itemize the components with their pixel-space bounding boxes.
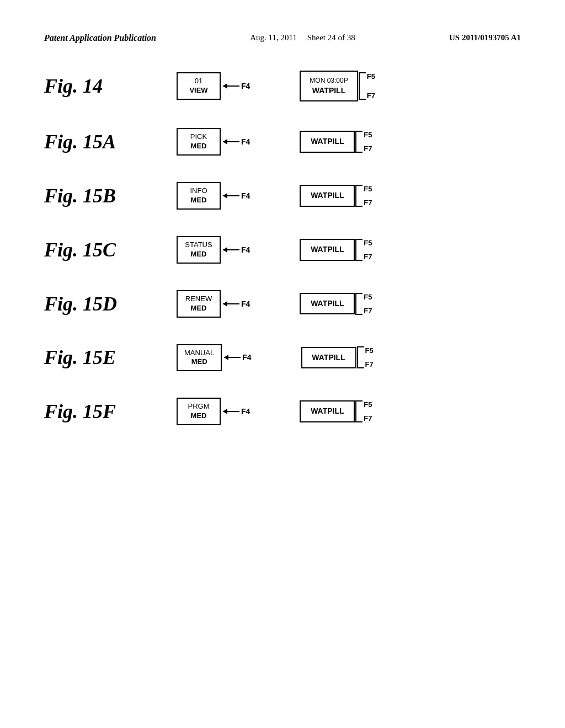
right-box-main-fig15f: WATPILL xyxy=(310,406,345,417)
left-display-box-fig14: 01VIEW xyxy=(177,72,221,100)
fig-row-fig15f: Fig. 15FPRGMMEDF4WATPILLF5F7 xyxy=(44,398,521,425)
right-box-main-fig14: WATPILL xyxy=(310,85,348,97)
left-display-box-fig15d: RENEWMED xyxy=(177,290,221,318)
right-display-box-fig15e: WATPILL xyxy=(301,347,356,369)
left-box-line2-fig15b: MED xyxy=(184,196,213,205)
left-box-line1-fig15c: STATUS xyxy=(184,240,213,250)
f4-arrow-fig14: F4 xyxy=(223,82,250,90)
f5-label-fig15a: F5 xyxy=(364,131,372,139)
left-box-group-fig15b: INFOMEDF4 xyxy=(177,182,250,210)
f4-label-fig15f: F4 xyxy=(241,407,250,416)
arrow-line-fig14 xyxy=(223,85,239,87)
left-box-line2-fig15c: MED xyxy=(184,250,213,259)
right-box-group-fig15d: WATPILLF5F7 xyxy=(300,293,372,315)
arrow-line-fig15f xyxy=(223,411,239,412)
right-box-main-fig15d: WATPILL xyxy=(310,298,345,309)
f4-arrow-fig15b: F4 xyxy=(223,191,250,200)
f5f7-labels-fig14: F5F7 xyxy=(367,72,375,100)
left-box-group-fig15c: STATUSMEDF4 xyxy=(177,236,250,264)
f5-label-fig15c: F5 xyxy=(364,239,372,247)
left-box-line2-fig14: VIEW xyxy=(184,86,213,95)
fig-label-fig15a: Fig. 15A xyxy=(44,130,143,153)
right-box-group-fig15a: WATPILLF5F7 xyxy=(300,131,372,153)
fig-row-fig15a: Fig. 15APICKMEDF4WATPILLF5F7 xyxy=(44,128,521,156)
header-sheet: Sheet 24 of 38 xyxy=(307,33,355,42)
left-box-group-fig14: 01VIEWF4 xyxy=(177,72,250,100)
header-date-sheet: Aug. 11, 2011 Sheet 24 of 38 xyxy=(250,33,355,42)
left-box-line1-fig14: 01 xyxy=(184,77,213,86)
f7-label-fig14: F7 xyxy=(367,92,375,100)
left-box-group-fig15a: PICKMEDF4 xyxy=(177,128,250,156)
right-box-group-fig15b: WATPILLF5F7 xyxy=(300,185,372,207)
bracket-svg-fig14 xyxy=(358,72,366,100)
left-display-box-fig15b: INFOMED xyxy=(177,182,221,210)
f5f7-labels-fig15e: F5F7 xyxy=(365,346,374,368)
fig-row-fig15b: Fig. 15BINFOMEDF4WATPILLF5F7 xyxy=(44,182,521,210)
f4-arrow-fig15a: F4 xyxy=(223,137,250,146)
left-box-line2-fig15a: MED xyxy=(184,142,213,151)
f4-label-fig14: F4 xyxy=(241,82,250,90)
f5f7-labels-fig15c: F5F7 xyxy=(364,239,372,261)
header-patent-number: US 2011/0193705 A1 xyxy=(449,33,521,42)
page: Patent Application Publication Aug. 11, … xyxy=(0,0,565,728)
right-box-group-fig15c: WATPILLF5F7 xyxy=(300,239,372,261)
bracket-svg-fig15c xyxy=(355,239,363,261)
figures-container: Fig. 1401VIEWF4MON 03:00PWATPILLF5F7Fig.… xyxy=(44,71,521,425)
right-display-box-fig15b: WATPILL xyxy=(300,185,355,207)
fig-label-fig15b: Fig. 15B xyxy=(44,184,143,207)
arrow-line-fig15c xyxy=(223,249,239,250)
f4-arrow-fig15d: F4 xyxy=(223,299,250,308)
bracket-svg-fig15d xyxy=(355,293,363,315)
f5-label-fig14: F5 xyxy=(367,72,375,81)
right-box-group-fig14: MON 03:00PWATPILLF5F7 xyxy=(300,71,375,101)
f4-label-fig15e: F4 xyxy=(242,353,251,362)
bracket-svg-fig15a xyxy=(355,131,363,153)
right-display-box-fig15f: WATPILL xyxy=(300,400,355,422)
left-display-box-fig15f: PRGMMED xyxy=(177,398,221,425)
right-box-main-fig15a: WATPILL xyxy=(310,136,345,147)
right-display-box-fig15a: WATPILL xyxy=(300,131,355,153)
fig-label-fig15e: Fig. 15E xyxy=(44,346,143,369)
f4-arrow-fig15c: F4 xyxy=(223,245,250,254)
right-box-group-fig15f: WATPILLF5F7 xyxy=(300,400,372,422)
f4-label-fig15d: F4 xyxy=(241,299,250,308)
left-box-line1-fig15b: INFO xyxy=(184,186,213,196)
f7-label-fig15a: F7 xyxy=(364,144,372,153)
left-box-line1-fig15d: RENEW xyxy=(184,295,213,304)
left-box-line2-fig15f: MED xyxy=(184,411,213,421)
arrow-line-fig15a xyxy=(223,141,239,142)
f5f7-labels-fig15d: F5F7 xyxy=(364,293,372,315)
right-display-box-fig15d: WATPILL xyxy=(300,293,355,315)
right-box-main-fig15e: WATPILL xyxy=(311,352,347,363)
left-display-box-fig15a: PICKMED xyxy=(177,128,221,156)
left-display-box-fig15c: STATUSMED xyxy=(177,236,221,264)
right-display-box-fig14: MON 03:00PWATPILL xyxy=(300,71,358,101)
fig-label-fig14: Fig. 14 xyxy=(44,74,143,98)
bracket-svg-fig15f xyxy=(355,400,363,422)
f5f7-labels-fig15b: F5F7 xyxy=(364,185,372,207)
f4-arrow-fig15f: F4 xyxy=(223,407,250,416)
f4-label-fig15c: F4 xyxy=(241,245,250,254)
page-header: Patent Application Publication Aug. 11, … xyxy=(44,33,521,43)
left-box-line1-fig15e: MANUAL xyxy=(184,349,214,358)
right-box-main-fig15c: WATPILL xyxy=(310,244,345,255)
left-box-line2-fig15d: MED xyxy=(184,304,213,313)
left-box-line1-fig15f: PRGM xyxy=(184,402,213,411)
right-box-top-fig14: MON 03:00P xyxy=(310,76,348,85)
fig-row-fig14: Fig. 1401VIEWF4MON 03:00PWATPILLF5F7 xyxy=(44,71,521,101)
f4-arrow-fig15e: F4 xyxy=(224,353,251,362)
left-box-line1-fig15a: PICK xyxy=(184,132,213,142)
fig-label-fig15d: Fig. 15D xyxy=(44,292,143,315)
f5f7-labels-fig15f: F5F7 xyxy=(364,400,372,422)
f5-label-fig15e: F5 xyxy=(365,346,374,355)
fig-row-fig15d: Fig. 15DRENEWMEDF4WATPILLF5F7 xyxy=(44,290,521,318)
bracket-svg-fig15b xyxy=(355,185,363,207)
f5f7-labels-fig15a: F5F7 xyxy=(364,131,372,153)
fig-label-fig15c: Fig. 15C xyxy=(44,238,143,261)
left-display-box-fig15e: MANUALMED xyxy=(177,344,222,372)
right-display-box-fig15c: WATPILL xyxy=(300,239,355,261)
bracket-svg-fig15e xyxy=(356,346,364,368)
arrow-line-fig15e xyxy=(224,357,241,358)
fig-label-fig15f: Fig. 15F xyxy=(44,400,143,423)
left-box-line2-fig15e: MED xyxy=(184,357,214,367)
